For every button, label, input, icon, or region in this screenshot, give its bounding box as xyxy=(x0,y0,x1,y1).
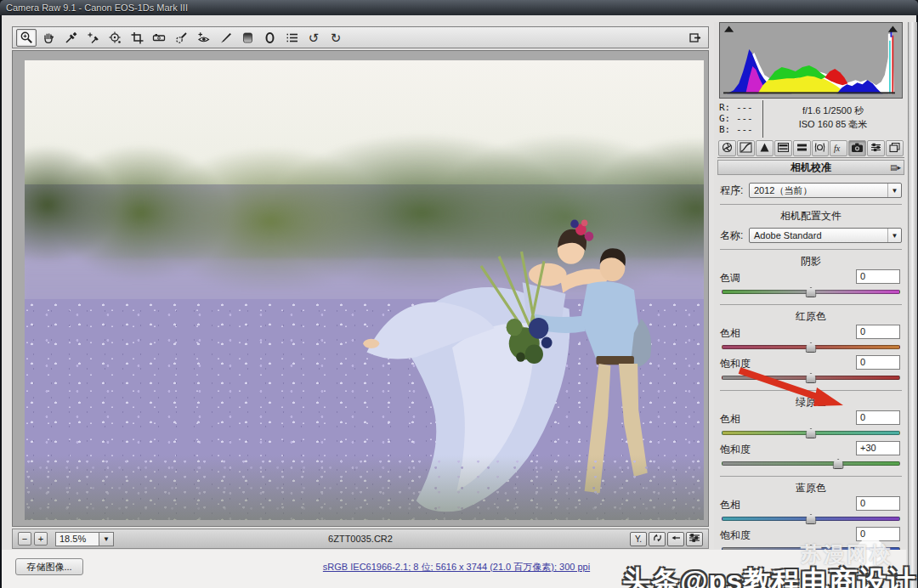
presets-sliders-icon xyxy=(870,141,882,156)
red-saturation-value[interactable]: 0 xyxy=(856,355,900,370)
preview-preferences-button[interactable] xyxy=(686,532,703,546)
adjustment-brush-tool-button[interactable] xyxy=(215,29,235,47)
preview-image[interactable] xyxy=(25,60,704,520)
straighten-tool-button[interactable] xyxy=(149,29,169,47)
b-label: B: xyxy=(719,124,730,135)
sliders-icon xyxy=(688,533,700,545)
red-saturation-label: 饱和度 xyxy=(720,357,751,371)
tab-split-toning[interactable] xyxy=(793,140,811,156)
hand-icon xyxy=(42,31,56,45)
rgb-readout: R: --- G: --- B: --- xyxy=(719,100,763,138)
tab-hsl-grayscale[interactable] xyxy=(774,140,792,156)
tab-tone-curve[interactable] xyxy=(737,140,755,156)
hand-tool-button[interactable] xyxy=(38,29,59,47)
lens-icon xyxy=(813,141,826,156)
striped-box-icon xyxy=(777,141,790,156)
tab-presets[interactable] xyxy=(867,140,885,156)
tab-basic[interactable] xyxy=(718,140,736,156)
preview-buttons: Y. xyxy=(630,532,703,546)
tab-snapshots[interactable] xyxy=(886,140,904,156)
tab-detail[interactable] xyxy=(756,140,774,156)
exposure-info: f/1.6 1/2500 秒 ISO 160 85 毫米 xyxy=(763,100,903,138)
green-hue-value[interactable]: 0 xyxy=(856,410,900,425)
red-eye-tool-button[interactable] xyxy=(193,29,213,47)
iso-line: ISO 160 85 毫米 xyxy=(763,117,903,131)
blue-primary-section-title: 蓝原色 xyxy=(720,481,902,495)
rotate-cw-icon: ↻ xyxy=(331,31,342,44)
green-saturation-track[interactable] xyxy=(722,461,900,466)
r-value: --- xyxy=(736,102,753,113)
brush-icon xyxy=(218,31,233,45)
white-balance-tool-button[interactable] xyxy=(60,29,81,47)
radial-filter-tool-button[interactable] xyxy=(259,29,280,47)
green-hue-thumb[interactable] xyxy=(806,428,817,438)
red-hue-value[interactable]: 0 xyxy=(856,325,900,339)
panel-title: 相机校准 xyxy=(732,161,890,175)
eye-plus-icon xyxy=(196,31,211,45)
shadow-tint-label: 色调 xyxy=(720,271,740,286)
preferences-button[interactable] xyxy=(281,29,302,47)
preview-mode-toggle-button[interactable]: Y. xyxy=(630,532,647,546)
window-title: Camera Raw 9.1 - Canon EOS-1Ds Mark III xyxy=(6,3,188,13)
camera-profile-header: 相机配置文件 xyxy=(720,209,902,223)
tab-camera-calibration[interactable] xyxy=(848,140,866,156)
fullscreen-toggle-button[interactable] xyxy=(684,29,705,47)
green-saturation-slider-row: 饱和度 +30 xyxy=(720,441,902,472)
targeted-adjustment-tool-button[interactable] xyxy=(105,29,125,47)
left-arrow-icon xyxy=(671,533,682,545)
green-saturation-value[interactable]: +30 xyxy=(856,441,900,455)
shadow-tint-value[interactable]: 0 xyxy=(856,269,900,284)
rotate-right-button[interactable]: ↻ xyxy=(326,29,346,47)
g-label: G: xyxy=(719,113,730,124)
swap-settings-button[interactable] xyxy=(649,532,666,546)
shadow-tint-thumb[interactable] xyxy=(806,287,817,297)
panel-scrollbar[interactable] xyxy=(908,22,917,588)
zoom-tool-button[interactable] xyxy=(16,29,37,47)
tab-lens-corrections[interactable] xyxy=(812,140,830,156)
double-bar-icon xyxy=(796,141,808,156)
profile-name-value: Adobe Standard xyxy=(754,230,822,240)
tab-effects[interactable]: fx xyxy=(830,140,847,156)
photo-foreground-flowers xyxy=(25,455,704,520)
aperture-icon xyxy=(721,141,734,156)
panel-title-bar: 相机校准 ▤▸ xyxy=(717,160,904,175)
color-sampler-tool-button[interactable] xyxy=(82,29,103,47)
profile-name-label: 名称: xyxy=(720,229,749,243)
save-image-label: 存储图像... xyxy=(26,561,71,574)
chevron-down-icon: ▼ xyxy=(887,184,901,197)
green-saturation-thumb[interactable] xyxy=(833,459,844,469)
flyout-menu-icon[interactable]: ▤▸ xyxy=(890,163,904,172)
fx-icon: fx xyxy=(832,141,845,156)
copy-settings-button[interactable] xyxy=(667,532,684,546)
rotate-left-button[interactable]: ↺ xyxy=(303,29,324,47)
red-saturation-thumb[interactable] xyxy=(806,373,817,383)
crop-tool-button[interactable] xyxy=(127,29,147,47)
r-label: R: xyxy=(719,102,730,113)
blue-hue-label: 色相 xyxy=(720,498,740,512)
green-saturation-label: 饱和度 xyxy=(720,443,751,457)
spot-removal-tool-button[interactable] xyxy=(171,29,191,47)
sharpen-triangle-icon xyxy=(758,141,771,156)
calibration-panel-body: 程序: 2012（当前） ▼ 相机配置文件 名称: Adobe Standard… xyxy=(714,175,908,557)
process-value: 2012（当前） xyxy=(754,184,812,197)
fullscreen-toggle-icon xyxy=(688,31,702,45)
blue-saturation-label: 饱和度 xyxy=(720,529,751,543)
rotate-ccw-icon: ↺ xyxy=(309,31,320,44)
shadow-tint-slider-row: 色调 0 xyxy=(720,269,902,300)
workflow-options-link[interactable]: sRGB IEC61966-2.1; 8 位; 5616 x 3744 (21.… xyxy=(248,561,665,574)
green-primary-section-title: 绿原色 xyxy=(720,395,902,410)
blue-hue-value[interactable]: 0 xyxy=(856,496,900,511)
gradient-square-icon xyxy=(241,31,255,45)
title-bar[interactable]: Camera Raw 9.1 - Canon EOS-1Ds Mark III xyxy=(0,0,918,15)
graduated-filter-tool-button[interactable] xyxy=(237,29,258,47)
red-hue-thumb[interactable] xyxy=(806,342,817,353)
b-value: --- xyxy=(736,124,753,135)
process-dropdown[interactable]: 2012（当前） ▼ xyxy=(749,183,902,198)
blue-hue-thumb[interactable] xyxy=(806,514,817,524)
profile-name-dropdown[interactable]: Adobe Standard ▼ xyxy=(749,228,902,243)
level-icon xyxy=(152,31,167,45)
chevron-down-icon: ▼ xyxy=(887,229,901,242)
g-value: --- xyxy=(736,113,753,124)
image-info: R: --- G: --- B: --- f/1.6 1/2500 秒 ISO … xyxy=(719,100,903,138)
save-image-button[interactable]: 存储图像... xyxy=(15,558,83,575)
